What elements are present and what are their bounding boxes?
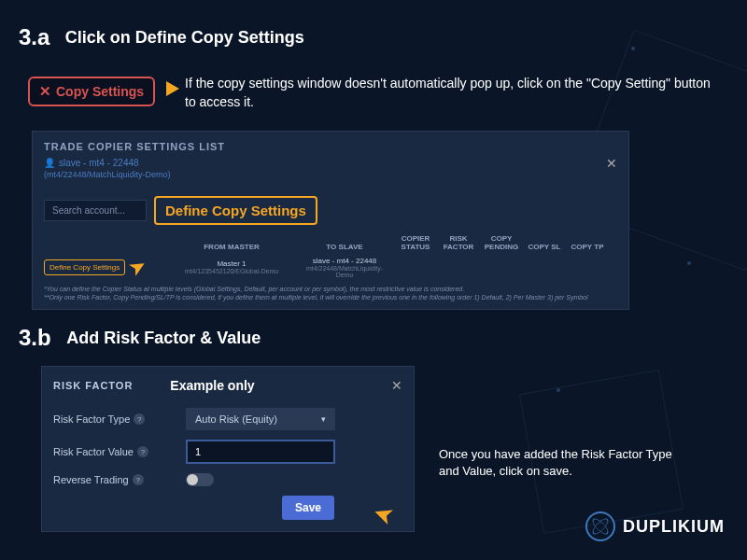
risk-type-select[interactable]: Auto Risk (Equity) ▾ xyxy=(186,408,335,430)
risk-type-value: Auto Risk (Equity) xyxy=(195,413,277,425)
brand-name: DUPLIKIUM xyxy=(623,517,725,537)
panel-title: TRADE COPIER SETTINGS LIST xyxy=(44,141,617,152)
risk-factor-panel: RISK FACTOR Example only ✕ Risk Factor T… xyxy=(41,366,415,532)
help-icon[interactable]: ? xyxy=(134,413,145,425)
slave-account-path: (mt4/22448/MatchLiquidity-Demo) xyxy=(44,170,617,179)
step-3a-header: 3.a Click on Define Copy Settings xyxy=(19,24,304,50)
define-copy-settings-callout: Define Copy Settings xyxy=(154,196,317,225)
define-copy-settings-button[interactable]: Define Copy Settings xyxy=(44,259,125,275)
user-icon: 👤 xyxy=(44,158,55,168)
col-copy-sl: COPY SL xyxy=(526,243,563,251)
globe-icon xyxy=(585,511,615,541)
close-icon[interactable]: ✕ xyxy=(391,378,402,393)
help-icon[interactable]: ? xyxy=(137,446,148,457)
col-copy-tp: COPY TP xyxy=(569,243,606,251)
pointer-arrow-icon: ➤ xyxy=(124,252,151,282)
risk-value-label: Risk Factor Value xyxy=(53,446,134,457)
col-copier-status: COPIER STATUS xyxy=(397,234,434,251)
help-icon[interactable]: ? xyxy=(133,474,144,485)
step-3b-note: Once you have added the Risk Factor Type… xyxy=(439,446,691,480)
step-3b-header: 3.b Add Risk Factor & Value xyxy=(19,325,261,351)
table-row: Define Copy Settings ➤ Master 1 mt4/1235… xyxy=(44,255,617,279)
slave-account-label: slave - mt4 - 22448 xyxy=(59,158,139,168)
close-icon[interactable]: ✕ xyxy=(606,156,617,171)
risk-value-input[interactable]: 1 xyxy=(186,440,335,464)
step-3a-note: If the copy settings window doesn't auto… xyxy=(185,75,719,111)
slave-name: slave - mt4 - 22448 xyxy=(298,257,391,265)
risk-type-label: Risk Factor Type xyxy=(53,413,130,425)
slave-account-line: 👤 slave - mt4 - 22448 xyxy=(44,158,617,168)
step-number: 3.a xyxy=(19,24,49,50)
search-input[interactable]: Search account... xyxy=(44,200,147,221)
reverse-trading-toggle[interactable] xyxy=(186,473,214,486)
master-path: mt4/1235452120/EGlobal-Demo xyxy=(171,268,292,274)
col-risk-factor: RISK FACTOR xyxy=(440,234,477,251)
master-name: Master 1 xyxy=(171,259,292,268)
table-headers: FROM MASTER TO SLAVE COPIER STATUS RISK … xyxy=(44,234,617,251)
copy-settings-label: Copy Settings xyxy=(56,84,144,99)
chevron-down-icon: ▾ xyxy=(321,414,326,424)
col-copy-pending: COPY PENDING xyxy=(483,234,520,251)
step-title: Click on Define Copy Settings xyxy=(65,28,304,48)
col-from-master: FROM MASTER xyxy=(171,243,292,251)
copy-settings-button[interactable]: ✕ Copy Settings xyxy=(28,77,155,106)
risk-panel-title: RISK FACTOR xyxy=(53,380,133,391)
x-icon: ✕ xyxy=(39,83,51,100)
settings-panel: TRADE COPIER SETTINGS LIST 👤 slave - mt4… xyxy=(32,131,629,310)
example-label: Example only xyxy=(170,378,254,393)
step-title: Add Risk Factor & Value xyxy=(66,329,261,348)
reverse-trading-label: Reverse Trading xyxy=(53,474,129,485)
step-number: 3.b xyxy=(19,325,51,351)
col-to-slave: TO SLAVE xyxy=(298,243,391,251)
brand-logo: DUPLIKIUM xyxy=(585,511,725,541)
slave-path: mt4/22448/MatchLiquidity-Demo xyxy=(298,265,391,278)
save-button[interactable]: Save xyxy=(282,496,334,520)
play-arrow-icon xyxy=(166,81,179,96)
panel-footnote: *You can define the Copier Status at mul… xyxy=(44,285,617,301)
